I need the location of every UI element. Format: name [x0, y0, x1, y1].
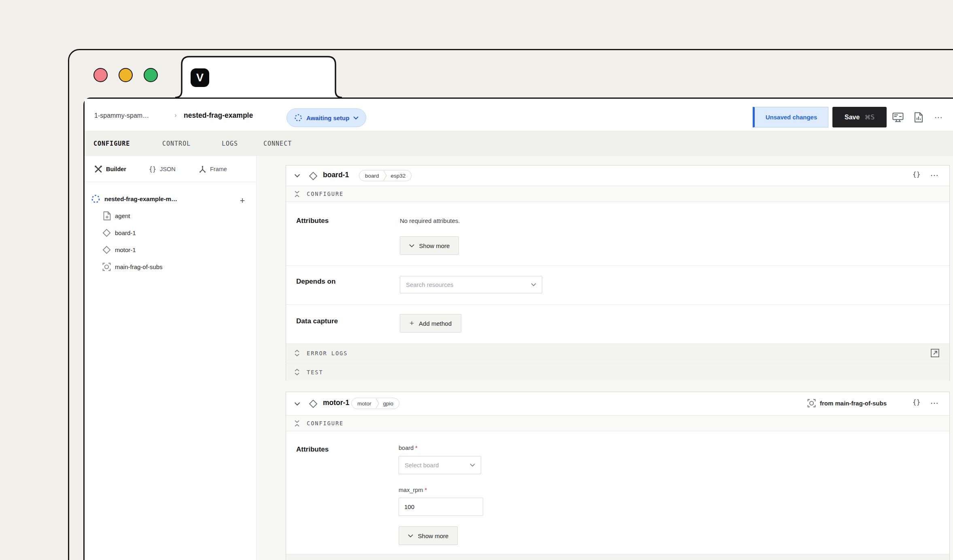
- machine-monitor-icon[interactable]: [892, 108, 904, 126]
- tab-control[interactable]: CONTROL: [162, 131, 191, 156]
- depends-on-select[interactable]: Search resources: [400, 276, 542, 293]
- spinner-icon: [91, 194, 100, 204]
- tag-model: esp32: [385, 173, 412, 179]
- tree-item-label: board-1: [115, 229, 136, 236]
- section-configure-label: CONFIGURE: [307, 191, 344, 197]
- save-shortcut: ⌘S: [864, 114, 874, 121]
- mode-frame[interactable]: Frame: [199, 156, 227, 182]
- card-title: board-1: [323, 171, 349, 179]
- section-error-logs-label: ERROR LOGS: [307, 350, 348, 356]
- section-test-label: TEST: [307, 369, 323, 375]
- tab-configure[interactable]: CONFIGURE: [93, 131, 130, 156]
- machine-nav-tabs: CONFIGURE CONTROL LOGS CONNECT: [85, 131, 953, 156]
- tree-item-main-frag-of-subs[interactable]: main-frag-of-subs: [102, 260, 163, 274]
- breadcrumb-separator: ›: [174, 111, 177, 119]
- mode-json[interactable]: {} JSON: [149, 156, 176, 182]
- unfold-more-icon: [294, 369, 300, 375]
- board-select[interactable]: Select board: [399, 456, 481, 474]
- window-minimize-button[interactable]: [119, 68, 133, 82]
- status-label: Awaiting setup: [306, 115, 349, 121]
- show-more-button[interactable]: Show more: [400, 236, 459, 255]
- section-configure-label: CONFIGURE: [307, 420, 344, 426]
- collapse-chevron-icon[interactable]: [294, 402, 300, 406]
- card-header: motor-1 motor gpio: [286, 392, 949, 415]
- fragment-icon: [102, 263, 111, 271]
- app-topbar: 1-spammy-spam… › nested-frag-example Awa…: [85, 99, 953, 131]
- attributes-label: Attributes: [296, 217, 329, 225]
- open-in-new-icon[interactable]: [930, 348, 940, 358]
- section-configure[interactable]: CONFIGURE: [286, 415, 949, 431]
- section-configure[interactable]: CONFIGURE: [286, 186, 949, 202]
- depends-on-placeholder: Search resources: [406, 281, 454, 288]
- breadcrumb-parent[interactable]: 1-spammy-spam…: [94, 112, 149, 119]
- add-method-label: Add method: [419, 320, 452, 327]
- view-mode-switch: Builder {} JSON Frame: [85, 156, 256, 182]
- data-capture-label: Data capture: [296, 317, 338, 325]
- add-method-button[interactable]: + Add method: [400, 314, 461, 333]
- unfold-more-icon: [294, 350, 300, 356]
- braces-icon: {}: [149, 165, 156, 173]
- mode-builder-label: Builder: [106, 166, 126, 172]
- tree-item-board-1[interactable]: board-1: [102, 226, 136, 240]
- required-asterisk: *: [415, 445, 418, 451]
- collapse-chevron-icon[interactable]: [294, 174, 300, 178]
- card-overflow-menu[interactable]: ⋯: [930, 170, 939, 180]
- tree-item-label: agent: [115, 212, 130, 219]
- tab-logs[interactable]: LOGS: [222, 131, 238, 156]
- card-overflow-menu[interactable]: ⋯: [930, 398, 939, 408]
- mode-builder[interactable]: Builder: [94, 156, 126, 182]
- field-name: board: [399, 445, 414, 451]
- resource-type-tags: board esp32: [359, 170, 412, 181]
- save-button[interactable]: Save ⌘S: [832, 107, 887, 127]
- topbar-overflow-menu[interactable]: ⋯: [934, 108, 943, 126]
- chevron-down-icon: [531, 283, 536, 286]
- tree-root-label: nested-frag-example-m…: [104, 195, 177, 202]
- show-more-button[interactable]: Show more: [399, 526, 458, 545]
- required-asterisk: *: [424, 487, 427, 493]
- breadcrumb-current: nested-frag-example: [184, 111, 253, 120]
- section-error-logs[interactable]: ERROR LOGS: [286, 344, 949, 362]
- tab-connect[interactable]: CONNECT: [263, 131, 292, 156]
- save-label: Save: [845, 114, 860, 121]
- field-label-board: board*: [399, 445, 418, 451]
- browser-window: V 1-spammy-spam… › nested-frag-example A…: [68, 49, 953, 560]
- max-rpm-input[interactable]: [399, 498, 483, 516]
- diamond-icon: [102, 246, 111, 254]
- raw-json-button[interactable]: {}: [913, 170, 920, 178]
- chevron-down-icon: [409, 244, 414, 248]
- tree-root-machine[interactable]: nested-frag-example-m…: [91, 192, 177, 206]
- tree-item-label: motor-1: [115, 246, 136, 253]
- machine-report-icon[interactable]: [914, 108, 923, 126]
- resources-sidebar: Builder {} JSON Frame: [85, 156, 257, 560]
- attributes-empty-text: No required attributes.: [400, 217, 460, 224]
- card-header: board-1 board esp32 {} ⋯: [286, 165, 949, 186]
- depends-on-label: Depends on: [296, 278, 335, 286]
- fragment-source: from main-frag-of-subs: [807, 399, 887, 407]
- fragment-source-label: from main-frag-of-subs: [820, 400, 887, 407]
- unfold-less-icon: [294, 191, 300, 197]
- row-divider: [286, 304, 949, 305]
- window-maximize-button[interactable]: [144, 68, 158, 82]
- mode-frame-label: Frame: [210, 166, 227, 172]
- window-close-button[interactable]: [93, 68, 108, 82]
- spinner-icon: [294, 114, 302, 122]
- configure-body: Builder {} JSON Frame: [85, 156, 953, 560]
- show-more-label: Show more: [418, 532, 449, 539]
- machine-status-badge[interactable]: Awaiting setup: [287, 108, 366, 127]
- viam-logo: V: [191, 68, 209, 87]
- unsaved-changes-indicator[interactable]: Unsaved changes: [753, 107, 828, 127]
- diamond-icon: [309, 172, 318, 180]
- tree-item-agent[interactable]: agent: [103, 209, 130, 223]
- raw-json-button[interactable]: {}: [913, 398, 920, 406]
- tag-model: gpio: [378, 401, 399, 407]
- diamond-icon: [309, 399, 318, 408]
- add-resource-button[interactable]: +: [237, 195, 248, 206]
- tree-item-motor-1[interactable]: motor-1: [102, 243, 136, 257]
- mode-json-label: JSON: [160, 166, 176, 172]
- field-label-max-rpm: max_rpm*: [399, 487, 427, 493]
- section-test[interactable]: TEST: [286, 363, 949, 381]
- field-name: max_rpm: [399, 487, 423, 493]
- board-select-placeholder: Select board: [405, 462, 439, 469]
- tree-item-label: main-frag-of-subs: [115, 263, 163, 270]
- tag-type: motor: [352, 401, 377, 407]
